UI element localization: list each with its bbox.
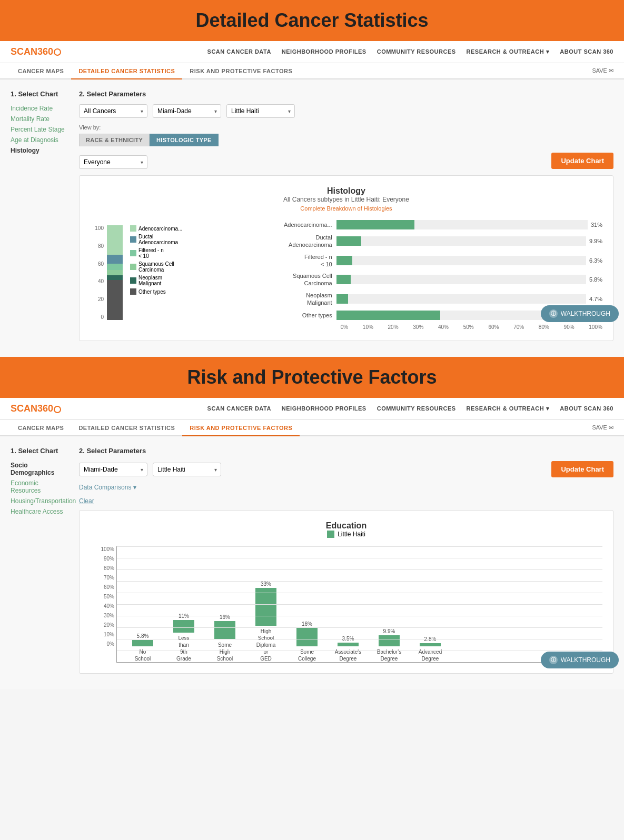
chart-opt-incidence[interactable]: Incidence Rate <box>11 103 68 114</box>
vert-bar-fill-no-school <box>132 640 153 647</box>
vert-bar-fill-less-9th <box>173 620 194 633</box>
data-comparisons-btn[interactable]: Data Comparisons ▾ <box>79 484 136 491</box>
toggle-histologic-type[interactable]: HISTOLOGIC TYPE <box>150 134 219 146</box>
select-params-label-1: 2. Select Parameters <box>79 90 613 98</box>
chart-container-2: Education Little Haiti 100% 90% 80% 70% <box>79 510 613 674</box>
vert-bar-fill-associates <box>338 643 359 647</box>
county-select-2[interactable]: Miami-Dade <box>79 463 147 476</box>
vert-bar-fill-hs-diploma <box>255 588 276 626</box>
nav-community[interactable]: COMMUNITY RESOURCES <box>377 48 456 55</box>
select-params-label-2: 2. Select Parameters <box>79 447 613 455</box>
section1: Detailed Cancer Statistics SCAN360 SCAN … <box>0 0 624 357</box>
chart-opt-mortality[interactable]: Mortality Rate <box>11 114 68 124</box>
bar-advanced: 2.8% AdvancedDegree <box>412 636 449 662</box>
tab-detailed-stats-2[interactable]: DETAILED CANCER STATISTICS <box>71 421 182 436</box>
left-panel-1: 1. Select Chart Incidence Rate Mortality… <box>11 90 68 346</box>
stacked-seg-adenocarcinoma <box>107 225 123 255</box>
nav-research[interactable]: RESEARCH & OUTREACH ▾ <box>467 48 550 55</box>
nav2-research[interactable]: RESEARCH & OUTREACH ▾ <box>467 405 550 412</box>
chart-opt-healthcare[interactable]: Healthcare Access <box>11 506 68 517</box>
vert-bar-fill-some-hs <box>214 621 235 639</box>
tab-risk-1[interactable]: RISK AND PROTECTIVE FACTORS <box>182 64 300 79</box>
toggle-race-ethnicity[interactable]: RACE & ETHNICITY <box>79 134 150 146</box>
neighborhood-select[interactable]: Little Haiti <box>226 104 295 118</box>
legend-color-adenocarcinoma <box>130 225 136 232</box>
chart-opt-late-stage[interactable]: Percent Late Stage <box>11 124 68 135</box>
nav2-scan-cancer[interactable]: SCAN CANCER DATA <box>207 405 271 412</box>
chart-container-1: Histology All Cancers subtypes in Little… <box>79 175 613 341</box>
section2: Risk and Protective Factors SCAN360 SCAN… <box>0 357 624 689</box>
logo-1: SCAN360 <box>11 46 61 57</box>
walkthrough-button-2[interactable]: ⓘ WALKTHROUGH <box>541 652 619 668</box>
walkthrough-icon-1: ⓘ <box>549 309 558 318</box>
county-select[interactable]: Miami-Dade <box>153 104 221 118</box>
cancer-select[interactable]: All Cancers <box>79 104 147 118</box>
chart-opt-age[interactable]: Age at Diagnosis <box>11 135 68 145</box>
county-select-wrapper-2: Miami-Dade ▾ <box>79 463 147 476</box>
chart-title-2: Education <box>90 521 602 531</box>
top-nav-1: SCAN360 SCAN CANCER DATA NEIGHBORHOOD PR… <box>0 41 624 63</box>
tab-risk-2[interactable]: RISK AND PROTECTIVE FACTORS <box>182 421 300 436</box>
save-button-2[interactable]: SAVE ✉ <box>592 420 613 435</box>
nav-links-2: SCAN CANCER DATA NEIGHBORHOOD PROFILES C… <box>207 405 613 412</box>
chart-opt-histology[interactable]: Histology <box>11 145 68 156</box>
chart-subtitle-1: All Cancers subtypes in Little Haiti: Ev… <box>90 196 602 203</box>
chart2-legend-label: Little Haiti <box>338 531 365 538</box>
stacked-seg-neoplasm <box>107 275 123 279</box>
bar-bachelors: 9.9% Bachelor'sDegree <box>371 628 408 663</box>
update-chart-btn-1[interactable]: Update Chart <box>551 153 613 169</box>
bar-associates: 3.5% Associate'sDegree <box>330 636 367 663</box>
legend-ductal: DuctalAdenocarcinoma <box>130 234 182 245</box>
nav-neighborhood[interactable]: NEIGHBORHOOD PROFILES <box>282 48 367 55</box>
nav2-community[interactable]: COMMUNITY RESOURCES <box>377 405 456 412</box>
legend-neoplasm: NeoplasmMalignant <box>130 275 182 286</box>
vert-bar-area: 5.8% NoSchool 11% Lessthan9thGrade <box>116 546 602 663</box>
clear-link[interactable]: Clear <box>79 497 613 505</box>
walkthrough-button-1[interactable]: ⓘ WALKTHROUGH <box>541 305 619 322</box>
app-panel-2: SCAN360 SCAN CANCER DATA NEIGHBORHOOD PR… <box>0 398 624 689</box>
vert-bars: 5.8% NoSchool 11% Lessthan9thGrade <box>117 546 602 662</box>
stacked-bar <box>107 225 123 320</box>
params-row-2: Miami-Dade ▾ Little Haiti ▾ Update Chart <box>79 461 613 477</box>
walkthrough-btn-1-container: ⓘ WALKTHROUGH <box>541 305 619 322</box>
neighborhood-select-wrapper-2: Little Haiti ▾ <box>153 463 221 476</box>
bar-some-hs: 16% SomeHighSchool <box>206 614 243 662</box>
nav-scan-cancer[interactable]: SCAN CANCER DATA <box>207 48 271 55</box>
toggle-btns: RACE & ETHNICITY HISTOLOGIC TYPE <box>79 134 613 146</box>
legend-color-filtered <box>130 250 136 256</box>
bar-fill-ductal <box>336 236 361 246</box>
tab-detailed-stats-1[interactable]: DETAILED CANCER STATISTICS <box>71 64 182 79</box>
params-actions-1: Everyone ▾ Update Chart <box>79 153 613 169</box>
main-content-1: 1. Select Chart Incidence Rate Mortality… <box>0 79 624 357</box>
tab-cancer-maps-2[interactable]: CANCER MAPS <box>11 421 71 436</box>
neighborhood-select-2[interactable]: Little Haiti <box>153 463 221 476</box>
tab-bar-1: CANCER MAPS DETAILED CANCER STATISTICS R… <box>0 63 624 79</box>
chart-opt-economic[interactable]: Economic Resources <box>11 478 68 496</box>
bar-row-filtered: Filtered - n< 10 6.3% <box>268 253 602 268</box>
everyone-select[interactable]: Everyone <box>79 155 147 169</box>
nav-links-1: SCAN CANCER DATA NEIGHBORHOOD PROFILES C… <box>207 48 613 55</box>
vert-bar-fill-advanced <box>420 643 441 646</box>
update-chart-btn-2[interactable]: Update Chart <box>551 461 613 477</box>
app-panel-1: SCAN360 SCAN CANCER DATA NEIGHBORHOOD PR… <box>0 41 624 357</box>
chart-opt-housing[interactable]: Housing/Transportation <box>11 496 68 506</box>
logo-circle-2 <box>54 406 61 413</box>
stacked-seg-other <box>107 280 123 320</box>
neighborhood-select-wrapper: Little Haiti ▾ <box>226 104 295 118</box>
bar-some-college: 16% SomeCollege <box>289 621 325 662</box>
top-nav-2: SCAN360 SCAN CANCER DATA NEIGHBORHOOD PR… <box>0 398 624 420</box>
nav2-neighborhood[interactable]: NEIGHBORHOOD PROFILES <box>282 405 367 412</box>
save-button-1[interactable]: SAVE ✉ <box>592 63 613 78</box>
bar-fill-adenocarcinoma <box>336 220 414 229</box>
logo-circle <box>54 48 61 56</box>
chart-opt-socio[interactable]: Socio Demographics <box>11 460 68 478</box>
stacked-seg-ductal <box>107 255 123 264</box>
nav-about[interactable]: ABOUT SCAN 360 <box>560 48 613 55</box>
right-panel-2: 2. Select Parameters Miami-Dade ▾ Little… <box>79 447 613 679</box>
bar-no-school: 5.8% NoSchool <box>124 633 161 663</box>
legend-filtered: Filtered - n< 10 <box>130 247 182 259</box>
tab-cancer-maps-1[interactable]: CANCER MAPS <box>11 64 71 79</box>
x-axis-labels: 0% 10% 20% 30% 40% 50% 60% 70% 80% 90% 1 <box>341 324 602 330</box>
bar-fill-neoplasm <box>336 294 348 304</box>
nav2-about[interactable]: ABOUT SCAN 360 <box>560 405 613 412</box>
